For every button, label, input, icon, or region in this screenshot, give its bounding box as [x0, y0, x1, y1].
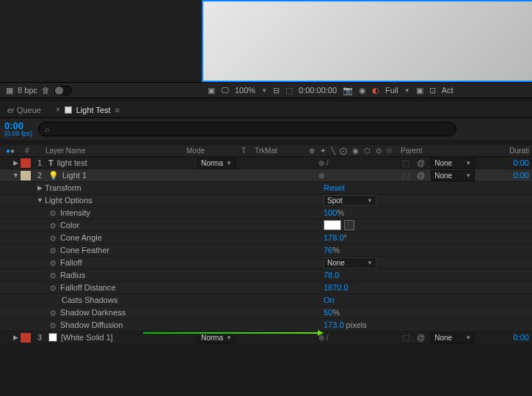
layer-duration[interactable]: 0:00 [506, 171, 532, 180]
header-switches[interactable]: ⊕ ✦ ╲ ⨀ ◉ ⬡ ⊙ ☉ [306, 147, 398, 155]
chevron-down-icon[interactable]: ▼ [261, 87, 267, 94]
property-group-row[interactable]: ▶ Transform Reset [0, 182, 532, 194]
layer-name[interactable]: Light 1 [62, 171, 87, 180]
shy-toggle[interactable]: ⬚ [395, 333, 417, 342]
camera-icon[interactable]: 📷 [343, 86, 353, 95]
stopwatch-icon[interactable]: ⊙ [50, 234, 56, 242]
shy-toggle[interactable]: ⬚ [395, 158, 417, 168]
stopwatch-icon[interactable]: ⊙ [50, 309, 56, 317]
stopwatch-icon[interactable]: ⊙ [50, 271, 56, 279]
layer-color-label[interactable] [21, 171, 31, 180]
header-duration[interactable]: Durati [506, 147, 532, 155]
property-row[interactable]: ⊙Radius78.0 [0, 269, 532, 282]
light-type-dropdown[interactable]: Spot▼ [324, 195, 376, 206]
tab-render-queue[interactable]: er Queue [0, 103, 48, 117]
layer-color-label[interactable] [21, 158, 31, 168]
falloff-dropdown[interactable]: None▼ [324, 257, 376, 268]
layer-name[interactable]: light test [57, 158, 87, 167]
search-input[interactable]: ⌕ [38, 122, 456, 136]
twirl-arrow-icon[interactable]: ▼ [35, 197, 45, 204]
property-row[interactable]: ⊙Intensity100% [0, 207, 532, 219]
reset-link[interactable]: Reset [324, 183, 345, 192]
stopwatch-icon[interactable]: ⊙ [50, 209, 56, 217]
header-t[interactable]: T [241, 147, 255, 155]
property-group-row[interactable]: ▼ Light Options Spot▼ [0, 194, 532, 207]
bit-depth-icon[interactable]: ▦ [6, 86, 13, 95]
layer-row[interactable]: ▶ 1 Tlight test Norma▼ ⊕ / ⬚ @None▼ 0:00 [0, 157, 532, 169]
zoom-value[interactable]: 100% [235, 86, 255, 95]
grid-icon[interactable]: ▣ [208, 86, 215, 95]
snapshot-icon[interactable]: ◉ [359, 86, 366, 95]
header-trkmat[interactable]: TrkMat [255, 147, 306, 155]
bit-depth-label[interactable]: 8 bpc [18, 86, 37, 95]
trash-icon[interactable]: 🗑 [42, 86, 50, 95]
color-mgmt-icon[interactable]: ◐ [372, 86, 379, 95]
layer-name[interactable]: [White Solid 1] [61, 333, 113, 342]
transparency-icon[interactable]: ▣ [416, 86, 423, 95]
property-row[interactable]: ⊙Cone Angle178.0° [0, 232, 532, 244]
pickwhip-icon[interactable]: @ [417, 158, 425, 167]
property-value[interactable]: On [324, 296, 335, 304]
stopwatch-icon[interactable]: ⊙ [50, 259, 56, 267]
layer-switches[interactable]: ⊕ / [317, 334, 395, 342]
twirl-arrow-icon[interactable]: ▶ [11, 159, 21, 166]
property-value[interactable]: 76% [324, 246, 340, 254]
property-row[interactable]: ⊙Falloff Distance1870.0 [0, 282, 532, 294]
monitor-icon[interactable]: 🖵 [221, 86, 229, 95]
property-row[interactable]: ⊙Shadow Diffusion173.0 pixels [0, 319, 532, 331]
layer-row[interactable]: ▼ 2 💡Light 1 ⊕ ⬚ @None▼ 0:00 [0, 169, 532, 182]
header-parent[interactable]: Parent [398, 147, 506, 155]
parent-dropdown[interactable]: None▼ [431, 170, 475, 181]
layer-duration[interactable]: 0:00 [506, 333, 532, 342]
pickwhip-icon[interactable]: @ [417, 333, 425, 342]
layer-duration[interactable]: 0:00 [506, 158, 532, 167]
stopwatch-icon[interactable]: ⊙ [50, 284, 56, 292]
active-camera-label[interactable]: Act [442, 86, 453, 95]
toggle-switch[interactable] [54, 86, 72, 95]
property-row[interactable]: ⊙FalloffNone▼ [0, 257, 532, 269]
close-icon[interactable]: × [56, 106, 60, 114]
search-icon: ⌕ [45, 125, 50, 133]
property-row[interactable]: ⊙Cone Feather76% [0, 244, 532, 257]
property-value[interactable]: 100% [324, 208, 344, 217]
solid-layer-icon [48, 333, 57, 342]
property-row[interactable]: ⊙Color [0, 219, 532, 232]
property-value[interactable]: 178.0° [324, 233, 347, 242]
twirl-arrow-icon[interactable]: ▼ [11, 172, 21, 179]
timecode-value[interactable]: 0:00:00:00 [299, 86, 337, 95]
layer-color-label[interactable] [21, 333, 31, 342]
parent-dropdown[interactable]: None▼ [431, 158, 475, 169]
aspect-icon[interactable]: ⊟ [273, 86, 280, 95]
header-index[interactable]: # [21, 147, 41, 155]
shy-toggle[interactable]: ⬚ [395, 171, 417, 180]
property-value[interactable]: 78.0 [324, 271, 339, 279]
view-icon[interactable]: ⊡ [429, 86, 436, 95]
stopwatch-icon[interactable]: ⊙ [50, 246, 56, 254]
composition-viewer[interactable] [202, 0, 532, 82]
header-layer-name[interactable]: Layer Name [41, 147, 186, 155]
stopwatch-icon[interactable]: ⊙ [50, 221, 56, 230]
twirl-arrow-icon[interactable]: ▶ [11, 334, 21, 341]
color-swatch[interactable] [324, 220, 341, 230]
twirl-arrow-icon[interactable]: ▶ [35, 184, 45, 191]
property-value[interactable]: 1870.0 [324, 283, 349, 292]
property-row[interactable]: ⊙Shadow Darkness50% [0, 307, 532, 319]
chevron-down-icon[interactable]: ▼ [404, 87, 410, 94]
panel-menu-icon[interactable] [115, 106, 123, 114]
tab-light-test[interactable]: × Light Test [48, 103, 131, 117]
layer-switches[interactable]: ⊕ / [317, 159, 395, 167]
layer-switches[interactable]: ⊕ [317, 172, 395, 180]
header-visibility[interactable]: ●● [0, 147, 21, 155]
property-value[interactable]: 50% [324, 308, 340, 317]
stopwatch-icon[interactable]: ⊙ [50, 321, 56, 329]
resolution-dropdown[interactable]: Full [385, 86, 398, 95]
property-value[interactable]: 173.0 pixels [324, 320, 367, 329]
property-row[interactable]: Casts ShadowsOn [0, 294, 532, 307]
eyedropper-icon[interactable] [344, 220, 354, 230]
blend-mode-dropdown[interactable]: Norma▼ [197, 158, 236, 169]
pickwhip-icon[interactable]: @ [417, 171, 425, 180]
header-mode[interactable]: Mode [186, 147, 241, 155]
mask-icon[interactable]: ⬚ [285, 86, 293, 95]
property-label: Radius [60, 271, 85, 279]
parent-dropdown[interactable]: None▼ [431, 332, 475, 343]
